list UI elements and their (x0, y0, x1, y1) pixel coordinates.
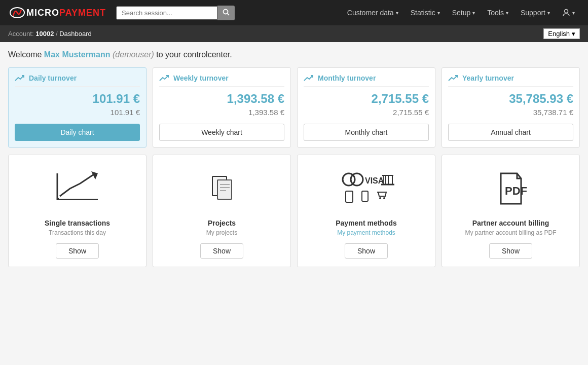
chart-trend-icon (55, 168, 100, 209)
monthly-amount: 2,715.55 € (304, 92, 429, 106)
partner-billing-title: Partner account billing (472, 219, 549, 227)
svg-rect-26 (362, 191, 368, 201)
turnover-card-yearly: Yearly turnover 35,785.93 € 35,738.71 € … (442, 67, 580, 148)
svg-point-1 (224, 9, 228, 14)
projects-icon-area (161, 163, 282, 214)
chevron-down-icon: ▾ (506, 10, 508, 16)
search-input[interactable] (116, 6, 217, 20)
yearly-amount: 35,785.93 € (448, 92, 573, 106)
nav-user[interactable]: ▾ (557, 6, 580, 20)
svg-line-2 (228, 13, 230, 15)
chevron-down-icon: ▾ (437, 10, 440, 16)
breadcrumb-current: Dashboard (59, 30, 92, 38)
svg-text:PDF: PDF (505, 185, 527, 197)
breadcrumb: Account: 10002 / Dashboard (8, 30, 92, 38)
daily-chart-button[interactable]: Daily chart (15, 124, 140, 141)
chevron-down-icon: ▾ (572, 30, 575, 38)
svg-point-28 (379, 197, 381, 199)
daily-amount: 101.91 € (15, 92, 140, 106)
brand-micro-text: MICRO (26, 8, 59, 18)
single-transactions-subtitle: Transactions this day (49, 229, 106, 236)
widget-partner-billing: PDF Partner account billing My partner a… (442, 155, 580, 267)
single-transactions-icon-area (17, 163, 138, 214)
widgets-row: Single transactions Transactions this da… (8, 155, 580, 267)
trend-up-icon (448, 74, 458, 82)
partner-billing-subtitle: My partner account billing as PDF (465, 229, 556, 236)
chevron-down-icon: ▾ (396, 10, 398, 16)
svg-point-3 (565, 10, 568, 13)
payment-methods-icon: VISA (339, 168, 394, 209)
nav-statistic[interactable]: Statistic ▾ (406, 6, 445, 20)
breadcrumb-bar: Account: 10002 / Dashboard English ▾ (0, 25, 588, 42)
search-container (116, 6, 235, 20)
payment-methods-show-button[interactable]: Show (345, 243, 388, 259)
search-button[interactable] (217, 6, 235, 20)
main-content: Welcome Max Mustermann (demouser) to you… (0, 42, 588, 275)
projects-subtitle: My projects (206, 229, 237, 236)
partner-billing-icon-area: PDF (450, 163, 571, 214)
svg-text:VISA: VISA (365, 176, 384, 185)
nav-tools[interactable]: Tools ▾ (482, 6, 513, 20)
chevron-down-icon: ▾ (572, 10, 575, 16)
single-transactions-title: Single transactions (45, 219, 110, 227)
card-header-yearly: Yearly turnover (448, 74, 573, 87)
single-transactions-show-button[interactable]: Show (56, 243, 99, 259)
projects-title: Projects (208, 219, 236, 227)
card-header-monthly: Monthly turnover (304, 74, 429, 87)
svg-rect-4 (57, 199, 98, 200)
pdf-icon: PDF (491, 168, 531, 209)
turnover-card-daily: Daily turnover 101.91 € 101.91 € Daily c… (8, 67, 146, 148)
turnover-cards-row: Daily turnover 101.91 € 101.91 € Daily c… (8, 67, 580, 148)
weekly-amount: 1,393.58 € (159, 92, 284, 106)
monthly-chart-button[interactable]: Monthly chart (304, 124, 429, 141)
chevron-down-icon: ▾ (472, 10, 475, 16)
chevron-down-icon: ▾ (547, 10, 550, 16)
welcome-message: Welcome Max Mustermann (demouser) to you… (8, 50, 580, 59)
user-icon (562, 9, 570, 17)
turnover-card-monthly: Monthly turnover 2,715.55 € 2,715.55 € M… (297, 67, 435, 148)
card-header-daily: Daily turnover (15, 74, 140, 87)
svg-point-29 (383, 197, 385, 199)
widget-single-transactions: Single transactions Transactions this da… (8, 155, 146, 267)
svg-point-17 (351, 173, 363, 186)
svg-rect-24 (346, 191, 353, 202)
payment-methods-title: Payment methods (336, 219, 397, 227)
payment-methods-subtitle: My payment methods (337, 229, 395, 236)
weekly-chart-button[interactable]: Weekly chart (159, 124, 284, 141)
brand-logo-icon (8, 4, 26, 22)
widget-projects: Projects My projects Show (153, 155, 291, 267)
yearly-amount-sub: 35,738.71 € (448, 108, 573, 117)
trend-up-icon (15, 74, 25, 82)
navbar: MICRO ​ PAYMENT Customer data ▾ Statisti… (0, 0, 588, 25)
nav-support[interactable]: Support ▾ (516, 6, 555, 20)
trend-up-icon (159, 74, 169, 82)
nav-links: Customer data ▾ Statistic ▾ Setup ▾ Tool… (342, 6, 580, 20)
projects-icon (202, 168, 242, 209)
account-label: Account: (8, 30, 34, 38)
annual-chart-button[interactable]: Annual chart (448, 124, 573, 141)
payment-methods-icon-area: VISA (306, 163, 427, 214)
language-selector[interactable]: English ▾ (543, 28, 580, 39)
search-icon (223, 9, 230, 16)
nav-customer-data[interactable]: Customer data ▾ (342, 6, 403, 20)
monthly-amount-sub: 2,715.55 € (304, 108, 429, 117)
trend-up-icon (304, 74, 314, 82)
turnover-card-weekly: Weekly turnover 1,393.58 € 1,393.58 € We… (153, 67, 291, 148)
card-header-weekly: Weekly turnover (159, 74, 284, 87)
brand: MICRO ​ PAYMENT (8, 4, 106, 22)
brand-payment-text: PAYMENT (59, 8, 106, 18)
partner-billing-show-button[interactable]: Show (489, 243, 532, 259)
svg-rect-12 (218, 180, 231, 199)
widget-payment-methods: VISA (297, 155, 435, 267)
nav-setup[interactable]: Setup ▾ (447, 6, 481, 20)
projects-show-button[interactable]: Show (200, 243, 243, 259)
weekly-amount-sub: 1,393.58 € (159, 108, 284, 117)
daily-amount-sub: 101.91 € (15, 108, 140, 117)
